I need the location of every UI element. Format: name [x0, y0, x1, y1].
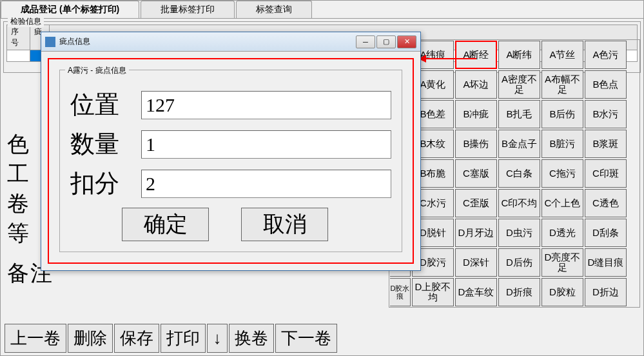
defect-btn[interactable]: C印不均 — [498, 189, 540, 217]
deduction-input[interactable] — [141, 170, 391, 198]
defect-btn[interactable]: B浆斑 — [585, 130, 627, 158]
defect-btn[interactable]: A断纬 — [498, 41, 540, 69]
dialog-titlebar[interactable]: 疵点信息 ─ ▢ ✕ — [41, 32, 420, 52]
defect-info-dialog: 疵点信息 ─ ▢ ✕ A露污 - 疵点信息 位置 数量 扣 — [41, 32, 421, 271]
defect-btn[interactable]: D亮度不足 — [542, 248, 583, 277]
defect-btn[interactable]: A坏边 — [455, 70, 497, 99]
app-icon — [45, 37, 55, 47]
defect-btn[interactable]: A密度不足 — [498, 70, 540, 99]
save-button[interactable]: 保存 — [114, 324, 159, 353]
defect-btn[interactable]: C印斑 — [585, 159, 627, 188]
bottom-toolbar: 上一卷 删除 保存 打印 ↓ 换卷 下一卷 — [5, 324, 338, 353]
col-index: 序号 — [7, 25, 30, 50]
change-roll-button[interactable]: 换卷 — [229, 324, 274, 353]
defect-btn[interactable]: B色点 — [585, 70, 627, 99]
defect-btn-highlighted[interactable]: A断经 — [455, 41, 497, 69]
position-input[interactable] — [141, 91, 391, 119]
defect-btn[interactable]: D深针 — [455, 248, 497, 277]
defect-grid: 条 A纬痕 A断经 A断纬 A节丝 A色污 污 A黄化 A坏边 A密度不足 A布… — [389, 39, 640, 308]
defect-btn[interactable]: B扎毛 — [498, 100, 540, 128]
table-cell — [7, 50, 30, 61]
delete-button[interactable]: 删除 — [68, 324, 113, 353]
defect-btn[interactable]: B脏污 — [542, 130, 583, 158]
defect-btn[interactable]: C歪版 — [455, 189, 497, 217]
defect-btn[interactable]: D盒车纹 — [455, 278, 497, 306]
defect-btn[interactable]: B后伤 — [542, 100, 583, 128]
defect-btn[interactable]: A色污 — [585, 41, 627, 69]
tab-registration[interactable]: 成品登记 (单个标签打印) — [1, 1, 139, 18]
defect-btn[interactable]: D虫污 — [498, 219, 540, 247]
print-button[interactable]: 打印 — [161, 324, 206, 353]
defect-btn[interactable]: D月牙边 — [455, 219, 497, 247]
main-window: 成品登记 (单个标签打印) 批量标签打印 标签查询 检验信息 序号 疵 色 工 … — [0, 0, 644, 356]
defect-btn[interactable]: D胶粒 — [542, 278, 583, 306]
defect-btn[interactable]: B水污 — [585, 100, 627, 128]
inner-legend: A露污 - 疵点信息 — [65, 65, 129, 76]
annotation-frame: A露污 - 疵点信息 位置 数量 扣分 确定 取 — [48, 58, 414, 264]
tab-bar: 成品登记 (单个标签打印) 批量标签打印 标签查询 — [1, 1, 643, 19]
defect-btn[interactable]: D透光 — [542, 219, 583, 247]
defect-btn[interactable]: C透色 — [585, 189, 627, 217]
position-label: 位置 — [70, 88, 141, 121]
defect-btn[interactable]: B冲疵 — [455, 100, 497, 128]
maximize-button[interactable]: ▢ — [376, 35, 396, 48]
tab-query[interactable]: 标签查询 — [236, 1, 312, 18]
defect-btn[interactable]: D刮条 — [585, 219, 627, 247]
next-roll-button[interactable]: 下一卷 — [275, 324, 337, 353]
close-button[interactable]: ✕ — [397, 35, 416, 48]
deduction-label: 扣分 — [70, 167, 141, 200]
defect-btn[interactable]: D胶水痕 — [390, 278, 411, 306]
prev-roll-button[interactable]: 上一卷 — [5, 324, 66, 353]
tab-batch-print[interactable]: 批量标签打印 — [141, 1, 235, 18]
fieldset-legend: 检验信息 — [8, 16, 44, 27]
defect-btn[interactable]: D折边 — [585, 278, 627, 306]
minimize-button[interactable]: ─ — [356, 35, 375, 48]
down-button[interactable]: ↓ — [207, 324, 228, 353]
quantity-input[interactable] — [141, 130, 391, 159]
defect-btn[interactable]: D上胶不均 — [412, 278, 454, 306]
defect-btn[interactable]: C塞版 — [455, 159, 497, 188]
defect-btn[interactable]: C拖污 — [542, 159, 583, 188]
defect-btn[interactable]: B金点子 — [498, 130, 540, 158]
defect-btn[interactable]: C白条 — [498, 159, 540, 188]
defect-btn[interactable]: B㩰伤 — [455, 130, 497, 158]
dialog-body: A露污 - 疵点信息 位置 数量 扣分 确定 取 — [41, 52, 420, 270]
quantity-label: 数量 — [70, 128, 141, 161]
defect-btn[interactable]: D后伤 — [498, 248, 540, 277]
defect-btn[interactable]: C个上色 — [542, 189, 583, 217]
dialog-title: 疵点信息 — [59, 36, 355, 47]
ok-button[interactable]: 确定 — [122, 208, 209, 241]
cancel-button[interactable]: 取消 — [241, 208, 328, 241]
defect-btn[interactable]: D折痕 — [498, 278, 540, 306]
defect-btn[interactable]: D缝目痕 — [585, 248, 627, 277]
defect-btn[interactable]: A节丝 — [542, 41, 583, 69]
defect-btn[interactable]: A布幅不足 — [542, 70, 583, 99]
defect-fieldset: A露污 - 疵点信息 位置 数量 扣分 确定 取 — [59, 70, 402, 252]
